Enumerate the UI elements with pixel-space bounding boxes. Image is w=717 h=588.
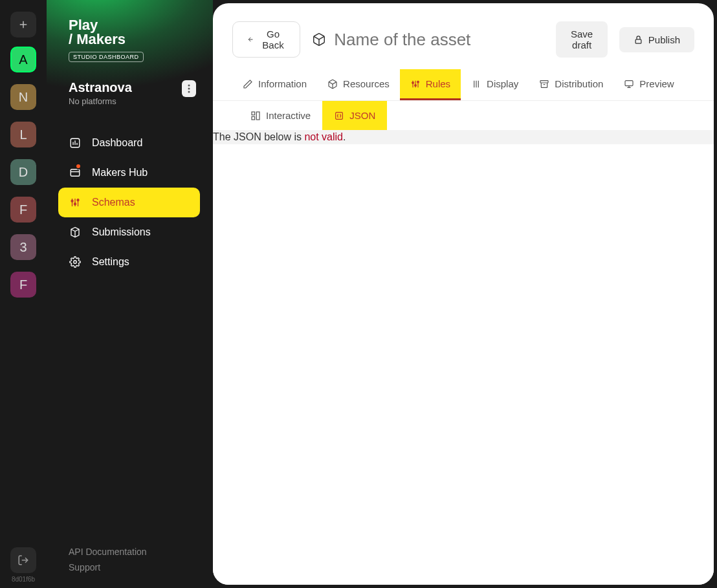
workspace-item-f-6[interactable]: F <box>10 272 36 298</box>
svg-line-18 <box>71 230 75 232</box>
main-tabs: InformationResourcesRulesDisplayDistribu… <box>213 69 714 101</box>
workspace-item-d-3[interactable]: D <box>10 159 36 185</box>
tab-label: Distribution <box>555 78 603 89</box>
tab-label: Resources <box>343 78 390 89</box>
tab-display[interactable]: Display <box>461 69 529 100</box>
svg-point-15 <box>71 200 73 202</box>
sidebar-item-label: Submissions <box>92 226 151 238</box>
tab-preview[interactable]: Preview <box>613 69 684 100</box>
subtab-json[interactable]: JSON <box>322 101 387 130</box>
studio-name: Astranova <box>69 80 132 95</box>
sidebar-item-dashboard[interactable]: Dashboard <box>58 128 200 158</box>
svg-point-16 <box>74 203 76 205</box>
svg-rect-37 <box>625 80 633 85</box>
support-link[interactable]: Support <box>69 562 200 572</box>
workspace-item-f-4[interactable]: F <box>10 197 36 223</box>
workspace-item-n-1[interactable]: N <box>10 84 36 110</box>
add-workspace-button[interactable] <box>10 12 36 38</box>
svg-rect-10 <box>71 169 80 177</box>
svg-point-3 <box>188 85 190 87</box>
logout-icon <box>17 554 29 566</box>
sidebar-item-label: Settings <box>92 256 129 268</box>
svg-point-29 <box>412 82 414 83</box>
tab-label: Information <box>258 78 307 89</box>
svg-point-4 <box>188 88 190 90</box>
svg-point-30 <box>414 84 416 86</box>
sidebar-item-submissions[interactable]: Submissions <box>58 217 200 247</box>
asset-name-input[interactable] <box>334 30 544 50</box>
lock-icon <box>634 35 643 45</box>
braces-icon <box>334 111 344 121</box>
notification-badge <box>75 163 82 169</box>
bar-icon <box>69 137 81 149</box>
json-editor-area[interactable] <box>213 144 714 585</box>
workspace-rail: ANLDF3F 8d01f6b <box>0 0 47 588</box>
dots-vertical-icon <box>188 84 190 93</box>
svg-rect-42 <box>252 116 255 120</box>
tab-label: Display <box>487 78 518 89</box>
monitor-icon <box>624 79 634 89</box>
tab-distribution[interactable]: Distribution <box>529 69 613 100</box>
edit-icon <box>243 79 253 89</box>
sidebar-item-settings[interactable]: Settings <box>58 247 200 277</box>
sidebar-item-label: Dashboard <box>92 137 142 149</box>
subtab-interactive[interactable]: Interactive <box>239 101 322 130</box>
api-docs-link[interactable]: API Documentation <box>69 547 200 557</box>
invalid-text: not valid <box>304 131 343 142</box>
tab-resources[interactable]: Resources <box>317 69 400 100</box>
svg-rect-24 <box>635 39 641 43</box>
bars-icon <box>471 79 481 89</box>
archive-icon <box>539 79 549 89</box>
sliders-icon <box>410 79 421 89</box>
svg-rect-43 <box>336 112 343 119</box>
tab-information[interactable]: Information <box>232 69 317 100</box>
json-status-bar: The JSON below is not valid. <box>213 130 714 144</box>
logout-button[interactable] <box>10 547 36 573</box>
sidebar-item-label: Schemas <box>92 197 135 208</box>
brand-logo: Play / Makers STUDIO DASHBOARD <box>69 18 200 62</box>
subtab-label: JSON <box>349 110 375 121</box>
tab-rules[interactable]: Rules <box>400 69 461 100</box>
svg-rect-40 <box>252 112 255 115</box>
svg-line-19 <box>75 230 79 232</box>
studio-subtitle: No platforms <box>69 96 132 106</box>
svg-rect-35 <box>540 80 548 82</box>
svg-point-17 <box>77 199 79 201</box>
sliders-icon <box>69 197 81 208</box>
plus-icon <box>17 19 29 30</box>
svg-point-5 <box>188 91 190 93</box>
save-draft-button[interactable]: Save draft <box>556 21 607 58</box>
sidebar-item-label: Makers Hub <box>92 167 148 179</box>
sidebar: Play / Makers STUDIO DASHBOARD Astranova… <box>47 0 213 588</box>
arrow-left-icon <box>247 34 254 45</box>
tab-label: Preview <box>639 78 674 89</box>
gear-icon <box>69 256 81 268</box>
subtab-label: Interactive <box>266 110 311 121</box>
sidebar-item-makers-hub[interactable]: Makers Hub <box>58 158 200 188</box>
cube-icon <box>327 79 338 89</box>
dashboard-badge: STUDIO DASHBOARD <box>69 52 144 62</box>
cube-icon <box>312 32 326 47</box>
sub-tabs: InteractiveJSON <box>213 101 714 130</box>
layout-icon <box>250 111 261 121</box>
svg-rect-41 <box>256 112 259 120</box>
build-hash: 8d01f6b <box>12 576 35 583</box>
sidebar-item-schemas[interactable]: Schemas <box>58 188 200 217</box>
workspace-item-3-5[interactable]: 3 <box>10 234 36 260</box>
svg-point-31 <box>417 81 419 83</box>
svg-point-21 <box>74 261 77 264</box>
go-back-button[interactable]: Go Back <box>232 21 300 58</box>
tab-label: Rules <box>426 78 450 89</box>
sidebar-nav: DashboardMakers HubSchemasSubmissionsSet… <box>58 128 200 277</box>
workspace-item-l-2[interactable]: L <box>10 122 36 147</box>
inbox-icon <box>69 226 81 238</box>
studio-menu-button[interactable] <box>182 80 196 97</box>
workspace-item-a-0[interactable]: A <box>10 47 36 72</box>
publish-button[interactable]: Publish <box>619 27 694 52</box>
main-panel: Go Back Save draft Publish InformationRe… <box>213 3 714 585</box>
